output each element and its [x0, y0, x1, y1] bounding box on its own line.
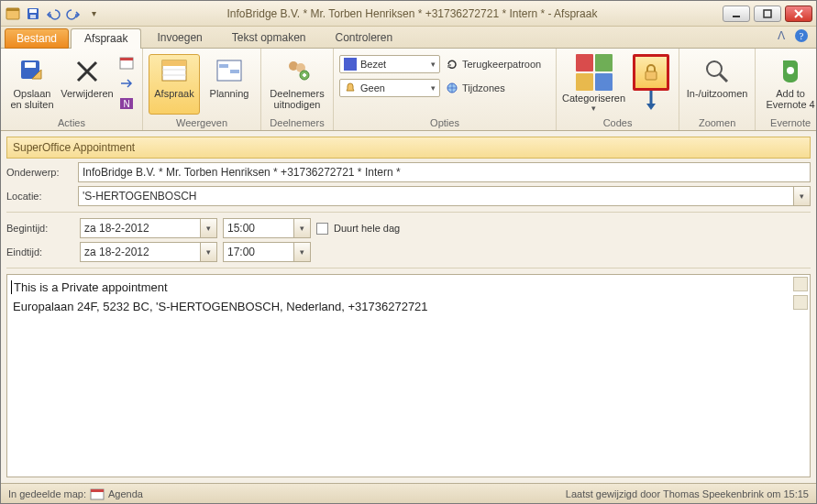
body-line-2: Europalaan 24F, 5232 BC, 'S-HERTOGENBOSC…: [13, 300, 804, 313]
private-button[interactable]: [633, 54, 669, 91]
svg-line-30: [720, 74, 727, 82]
redo-icon[interactable]: [65, 5, 82, 22]
status-right: Laatst gewijzigd door Thomas Speekenbrin…: [566, 488, 809, 499]
svg-text:N: N: [123, 99, 129, 109]
status-bar: In gedeelde map: Agenda Laatst gewijzigd…: [1, 483, 816, 503]
svg-point-29: [707, 61, 722, 76]
all-day-checkbox[interactable]: [316, 223, 328, 235]
ribbon: Opslaan en sluiten Verwijderen N Acties …: [1, 49, 816, 131]
app-icon: [5, 5, 21, 22]
help-icon[interactable]: ?: [794, 28, 809, 43]
svg-rect-33: [91, 489, 104, 492]
ribbon-group-evernote: Add to Evernote 4 Evernote: [756, 49, 817, 130]
content-area: SuperOffice Appointment Onderwerp: InfoB…: [1, 131, 816, 483]
afspraak-view-button[interactable]: Afspraak: [149, 54, 200, 115]
zoom-button[interactable]: In-/uitzoomen: [685, 54, 749, 115]
svg-text:?: ?: [800, 30, 804, 41]
invite-attendees-button[interactable]: Deelnemers uitnodigen: [267, 54, 327, 115]
save-icon[interactable]: [25, 5, 41, 22]
subject-input[interactable]: InfoBridge B.V. * Mr. Torben Henriksen *…: [78, 162, 811, 182]
file-tab[interactable]: Bestand: [5, 28, 69, 49]
subject-row: Onderwerp: InfoBridge B.V. * Mr. Torben …: [6, 162, 811, 182]
ribbon-group-deelnemers: Deelnemers uitnodigen Deelnemers: [261, 49, 334, 130]
forward-icon[interactable]: [116, 74, 137, 93]
ribbon-group-opties: Bezet ▾ Terugkeerpatroon Geen ▾: [334, 49, 557, 130]
start-label: Begintijd:: [6, 223, 74, 234]
start-row: Begintijd: za 18-2-2012▾ 15:00▾ Duurt he…: [6, 218, 811, 238]
svg-rect-4: [30, 15, 36, 18]
svg-rect-27: [646, 71, 657, 80]
end-row: Eindtijd: za 18-2-2012▾ 17:00▾: [6, 242, 811, 262]
status-left-prefix: In gedeelde map:: [8, 488, 86, 499]
delete-button[interactable]: Verwijderen: [61, 54, 113, 115]
minimize-button[interactable]: [723, 5, 750, 22]
superoffice-banner: SuperOffice Appointment: [6, 137, 811, 159]
start-time-combo[interactable]: 15:00▾: [223, 218, 311, 238]
body-textarea[interactable]: This is a Private appointment Europalaan…: [6, 274, 811, 477]
body-nav-icon[interactable]: [793, 295, 808, 310]
window-buttons: [723, 5, 812, 22]
body-zoom-icon[interactable]: [793, 277, 808, 291]
add-to-evernote-button[interactable]: Add to Evernote 4: [761, 54, 817, 115]
location-row: Locatie: 'S-HERTOGENBOSCH ▾: [6, 186, 811, 206]
svg-rect-6: [764, 10, 771, 17]
calendar-icon[interactable]: [116, 54, 137, 72]
svg-rect-25: [344, 58, 357, 71]
arrow-down-icon: [646, 91, 657, 111]
quick-access-toolbar: ▾: [5, 5, 102, 22]
tab-invoegen[interactable]: Invoegen: [143, 27, 215, 48]
reminder-combo[interactable]: Geen ▾: [339, 79, 440, 97]
ribbon-group-weergeven: Afspraak Planning Weergeven: [143, 49, 261, 130]
recurrence-button[interactable]: Terugkeerpatroon: [446, 58, 541, 71]
timezones-button[interactable]: Tijdzones: [446, 82, 505, 94]
end-label: Eindtijd:: [6, 247, 74, 257]
svg-rect-16: [162, 60, 186, 66]
window-title: InfoBridge B.V. * Mr. Torben Henriksen *…: [102, 7, 723, 20]
body-side-controls: [793, 277, 808, 310]
calendar-small-icon: [90, 487, 105, 501]
title-bar: ▾ InfoBridge B.V. * Mr. Torben Henriksen…: [1, 1, 816, 27]
svg-rect-10: [25, 62, 36, 68]
all-day-label: Duurt hele dag: [334, 223, 400, 234]
location-input[interactable]: 'S-HERTOGENBOSCH ▾: [78, 186, 811, 206]
svg-rect-3: [29, 9, 37, 13]
svg-point-31: [787, 67, 794, 74]
svg-rect-20: [219, 64, 228, 68]
ribbon-tabs: Bestand Afspraak Invoegen Tekst opmaken …: [1, 27, 816, 49]
ribbon-group-zoomen: In-/uitzoomen Zoomen: [679, 49, 756, 130]
location-label: Locatie:: [6, 191, 74, 202]
close-button[interactable]: [785, 5, 812, 22]
qat-dropdown-icon[interactable]: ▾: [85, 5, 102, 22]
tab-afspraak[interactable]: Afspraak: [71, 28, 141, 49]
categorize-button[interactable]: [576, 54, 613, 91]
onenote-icon[interactable]: N: [116, 94, 137, 113]
maximize-button[interactable]: [754, 5, 781, 22]
ribbon-minimize-icon[interactable]: ᐱ: [774, 28, 789, 43]
ribbon-group-codes: Categoriseren ▾ Codes: [557, 49, 679, 130]
lock-icon: [640, 61, 662, 83]
end-date-combo[interactable]: za 18-2-2012▾: [80, 242, 217, 262]
svg-rect-1: [6, 8, 19, 11]
start-date-combo[interactable]: za 18-2-2012▾: [80, 218, 217, 238]
ribbon-group-acties: Opslaan en sluiten Verwijderen N Acties: [1, 49, 143, 130]
tab-controleren[interactable]: Controleren: [322, 27, 407, 48]
tab-tekst-opmaken[interactable]: Tekst opmaken: [218, 27, 320, 48]
body-line-1: This is a Private appointment: [11, 280, 804, 294]
location-dropdown-icon[interactable]: ▾: [793, 187, 810, 205]
subject-label: Onderwerp:: [6, 167, 74, 178]
undo-icon[interactable]: [45, 5, 61, 22]
planning-view-button[interactable]: Planning: [204, 54, 255, 115]
status-left-value[interactable]: Agenda: [108, 488, 143, 499]
save-close-button[interactable]: Opslaan en sluiten: [6, 54, 58, 115]
svg-rect-21: [230, 70, 239, 73]
show-as-combo[interactable]: Bezet ▾: [339, 55, 440, 73]
svg-rect-12: [120, 58, 133, 60]
end-time-combo[interactable]: 17:00▾: [223, 242, 311, 262]
